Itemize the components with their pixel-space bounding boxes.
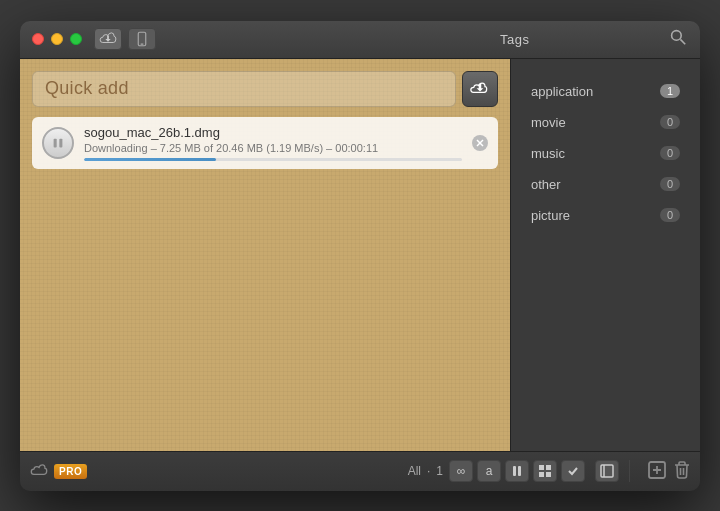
progress-bar-fill	[84, 158, 216, 161]
schedule-tab-icon[interactable]	[128, 28, 156, 50]
check-button[interactable]	[561, 460, 585, 482]
grid-button[interactable]	[533, 460, 557, 482]
tag-count-other: 0	[660, 177, 680, 191]
bottom-divider	[629, 460, 630, 482]
quick-add-bar	[32, 71, 498, 107]
item-close-button[interactable]	[472, 135, 488, 151]
progress-bar-container	[84, 158, 462, 161]
tag-count-picture: 0	[660, 208, 680, 222]
svg-point-2	[672, 31, 682, 41]
tag-item-application[interactable]: application 1	[521, 79, 690, 104]
right-panel: application 1 movie 0 music 0 other 0 pi…	[510, 59, 700, 451]
main-content: sogou_mac_26b.1.dmg Downloading – 7.25 M…	[20, 59, 700, 451]
title-bar-icons	[94, 28, 156, 50]
app-window: Tags	[20, 21, 700, 491]
tag-name-music: music	[531, 146, 565, 161]
tag-name-picture: picture	[531, 208, 570, 223]
tag-count-application: 1	[660, 84, 680, 98]
downloads-count: 1	[436, 464, 443, 478]
maximize-button[interactable]	[70, 33, 82, 45]
tag-name-application: application	[531, 84, 593, 99]
tag-item-picture[interactable]: picture 0	[521, 203, 690, 228]
trash-icon[interactable]	[674, 461, 690, 482]
tag-count-movie: 0	[660, 115, 680, 129]
bottom-right-icons	[648, 461, 690, 482]
search-icon[interactable]	[670, 29, 686, 49]
dot-separator: ·	[427, 464, 430, 478]
tag-item-music[interactable]: music 0	[521, 141, 690, 166]
cloud-icon	[30, 463, 48, 479]
svg-rect-5	[59, 138, 62, 147]
tag-name-movie: movie	[531, 115, 566, 130]
pause-button[interactable]	[505, 460, 529, 482]
item-name: sogou_mac_26b.1.dmg	[84, 125, 462, 140]
item-status: Downloading – 7.25 MB of 20.46 MB (1.19 …	[84, 142, 462, 154]
quick-add-button[interactable]	[462, 71, 498, 107]
tag-item-other[interactable]: other 0	[521, 172, 690, 197]
left-panel: sogou_mac_26b.1.dmg Downloading – 7.25 M…	[20, 59, 510, 451]
item-pause-icon[interactable]	[42, 127, 74, 159]
svg-rect-14	[601, 465, 613, 477]
tag-count-music: 0	[660, 146, 680, 160]
close-button[interactable]	[32, 33, 44, 45]
quick-add-input[interactable]	[32, 71, 456, 107]
bottom-bar: PRO All · 1 ∞ a	[20, 451, 700, 491]
minimize-button[interactable]	[51, 33, 63, 45]
traffic-lights	[32, 33, 82, 45]
tag-item-movie[interactable]: movie 0	[521, 110, 690, 135]
svg-line-3	[680, 39, 685, 44]
bottom-stats: All · 1	[408, 464, 443, 478]
svg-rect-10	[539, 465, 544, 470]
svg-rect-1	[141, 44, 144, 45]
tags-panel-label: Tags	[500, 32, 529, 47]
download-item: sogou_mac_26b.1.dmg Downloading – 7.25 M…	[32, 117, 498, 169]
tag-name-other: other	[531, 177, 561, 192]
add-icon[interactable]	[648, 461, 666, 482]
infinite-icon: ∞	[457, 464, 466, 478]
alpha-button[interactable]: a	[477, 460, 501, 482]
item-info: sogou_mac_26b.1.dmg Downloading – 7.25 M…	[84, 125, 462, 161]
downloads-tab-icon[interactable]	[94, 28, 122, 50]
svg-rect-12	[539, 472, 544, 477]
svg-rect-4	[54, 138, 57, 147]
title-bar: Tags	[20, 21, 700, 59]
svg-rect-9	[518, 466, 521, 476]
bottom-controls: ∞ a	[449, 460, 585, 482]
pro-badge: PRO	[54, 464, 87, 479]
infinite-button[interactable]: ∞	[449, 460, 473, 482]
all-label: All	[408, 464, 421, 478]
svg-rect-13	[546, 472, 551, 477]
svg-rect-11	[546, 465, 551, 470]
svg-rect-8	[513, 466, 516, 476]
expand-button[interactable]	[595, 460, 619, 482]
alpha-icon: a	[486, 464, 493, 478]
tags-title-area	[521, 69, 690, 73]
downloads-list: sogou_mac_26b.1.dmg Downloading – 7.25 M…	[32, 117, 498, 169]
